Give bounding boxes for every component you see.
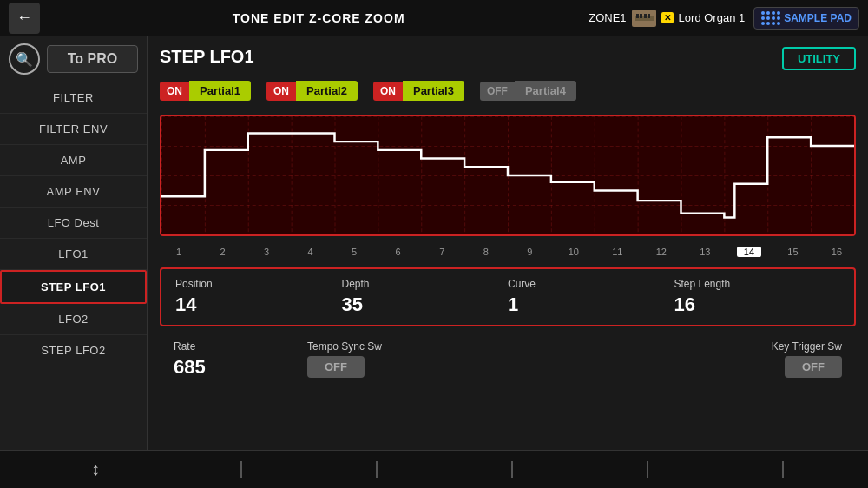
step-num-1[interactable]: 1	[167, 247, 191, 257]
step-num-11[interactable]: 11	[605, 247, 629, 257]
svg-rect-1	[636, 14, 639, 18]
utility-button[interactable]: UTILITY	[782, 47, 856, 70]
partial-group-2[interactable]: ON Partial2	[266, 81, 358, 101]
sidebar-item-step-lfo2[interactable]: STEP LFO2	[0, 335, 147, 366]
tempo-sync-button[interactable]: OFF	[307, 356, 365, 378]
svg-rect-4	[648, 14, 650, 18]
step-num-7[interactable]: 7	[430, 247, 454, 257]
bottom-divider-4	[647, 461, 648, 478]
tempo-sync-label: Tempo Sync Sw	[307, 340, 382, 353]
partial-group-4[interactable]: OFF Partial4	[480, 81, 576, 101]
step-length-param: Step Length 16	[674, 278, 841, 316]
zone-label: ZONE1	[589, 11, 626, 24]
partial-group-1[interactable]: ON Partial1	[160, 81, 251, 101]
rate-block: Rate 685	[174, 340, 307, 379]
instrument-name: Lord Organ 1	[679, 11, 746, 24]
partial-tabs: ON Partial1 ON Partial2 ON Partial3 OFF …	[160, 81, 856, 101]
step-length-label: Step Length	[674, 278, 731, 290]
bottom-divider-1	[240, 461, 242, 478]
key-trigger-label: Key Trigger Sw	[772, 340, 842, 353]
step-num-8[interactable]: 8	[474, 247, 498, 257]
params-row: Position 14 Depth 35 Curve 1 Step Length…	[160, 267, 856, 326]
sidebar-item-filter[interactable]: FILTER	[0, 82, 147, 114]
top-bar: ← TONE EDIT Z-CORE ZOOM ZONE1 ✕ Lord Org…	[0, 0, 868, 36]
sidebar-item-amp-env[interactable]: AMP ENV	[0, 176, 147, 208]
bottom-divider-2	[376, 461, 378, 478]
step-num-4[interactable]: 4	[299, 247, 323, 257]
position-label: Position	[175, 278, 213, 290]
sidebar-item-filter-env[interactable]: FILTER ENV	[0, 114, 147, 145]
main-layout: 🔍 To PRO FILTER FILTER ENV AMP AMP ENV L…	[0, 36, 868, 450]
depth-value: 35	[342, 293, 363, 316]
sample-pad-dots-icon	[761, 11, 780, 25]
section-title: STEP LFO1	[160, 47, 254, 67]
sidebar-item-lfo2[interactable]: LFO2	[0, 304, 147, 335]
partial3-on: ON	[373, 82, 403, 101]
bottom-divider-3	[511, 461, 513, 478]
bottom-bar: ↕	[0, 450, 868, 488]
step-num-16[interactable]: 16	[825, 247, 849, 257]
depth-param: Depth 35	[342, 278, 509, 316]
sidebar-top: 🔍 To PRO	[0, 36, 147, 82]
depth-label: Depth	[342, 278, 370, 290]
step-num-13[interactable]: 13	[693, 247, 717, 257]
to-pro-button[interactable]: To PRO	[47, 45, 138, 73]
curve-value: 1	[508, 293, 518, 316]
search-icon[interactable]: 🔍	[9, 43, 40, 75]
curve-param: Curve 1	[508, 278, 674, 316]
svg-rect-2	[640, 14, 642, 18]
step-num-10[interactable]: 10	[562, 247, 586, 257]
sidebar-item-lfo1[interactable]: LFO1	[0, 239, 147, 270]
step-num-6[interactable]: 6	[386, 247, 411, 257]
waveform-svg	[161, 116, 854, 234]
sidebar: 🔍 To PRO FILTER FILTER ENV AMP AMP ENV L…	[0, 36, 148, 450]
top-bar-title: TONE EDIT Z-CORE ZOOM	[49, 11, 589, 25]
step-numbers: 1 2 3 4 5 6 7 8 9 10 11 12 13 14 15 16	[160, 245, 856, 259]
position-value: 14	[175, 293, 196, 316]
sidebar-item-amp[interactable]: AMP	[0, 145, 147, 176]
partial3-name[interactable]: Partial3	[403, 81, 464, 101]
up-down-button[interactable]: ↕	[84, 456, 107, 483]
tempo-sync-block: Tempo Sync Sw OFF	[307, 340, 575, 378]
x-badge: ✕	[661, 12, 674, 23]
rate-row: Rate 685 Tempo Sync Sw OFF Key Trigger S…	[160, 335, 856, 384]
step-num-5[interactable]: 5	[342, 247, 366, 257]
waveform-container[interactable]	[160, 115, 856, 236]
rate-label: Rate	[174, 340, 195, 353]
sample-pad-button[interactable]: SAMPLE PAD	[753, 7, 859, 30]
partial-group-3[interactable]: ON Partial3	[373, 81, 464, 101]
sidebar-item-lfo-dest[interactable]: LFO Dest	[0, 208, 147, 239]
sidebar-item-step-lfo1[interactable]: STEP LFO1	[0, 270, 147, 304]
step-num-12[interactable]: 12	[649, 247, 674, 257]
instrument-icon	[632, 10, 656, 27]
step-num-2[interactable]: 2	[211, 247, 235, 257]
step-num-9[interactable]: 9	[517, 247, 542, 257]
position-param: Position 14	[175, 278, 342, 316]
partial2-on: ON	[266, 82, 296, 101]
rate-value: 685	[174, 356, 206, 379]
sample-pad-label: SAMPLE PAD	[784, 12, 852, 24]
partial4-off: OFF	[480, 82, 515, 101]
key-trigger-button[interactable]: OFF	[785, 356, 842, 378]
partial4-name[interactable]: Partial4	[515, 81, 576, 101]
step-num-15[interactable]: 15	[780, 247, 805, 257]
content-area: STEP LFO1 UTILITY ON Partial1 ON Partial…	[148, 36, 868, 450]
partial2-name[interactable]: Partial2	[296, 81, 358, 101]
zone-info: ZONE1 ✕ Lord Organ 1	[589, 10, 745, 27]
step-length-value: 16	[674, 293, 695, 316]
step-num-3[interactable]: 3	[254, 247, 279, 257]
back-button[interactable]: ←	[9, 3, 40, 34]
svg-rect-3	[644, 14, 647, 18]
partial1-name[interactable]: Partial1	[189, 81, 251, 101]
partial1-on: ON	[160, 82, 189, 101]
bottom-divider-5	[782, 461, 784, 478]
step-num-14[interactable]: 14	[737, 247, 761, 257]
curve-label: Curve	[508, 278, 536, 290]
key-trigger-block: Key Trigger Sw OFF	[575, 340, 842, 378]
